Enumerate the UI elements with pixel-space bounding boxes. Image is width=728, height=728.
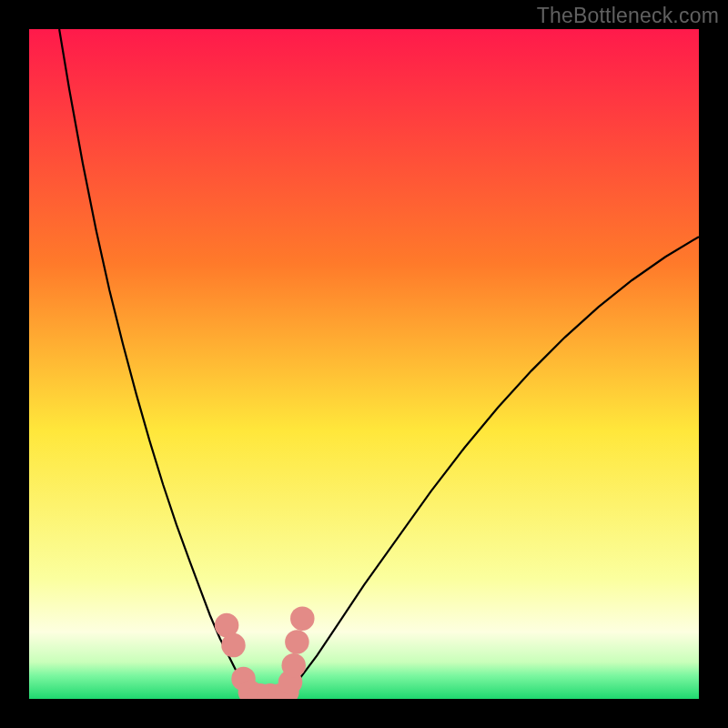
plot-area — [29, 29, 699, 699]
marker-dot — [221, 633, 245, 658]
plot-svg — [29, 29, 699, 699]
marker-dot — [285, 630, 309, 654]
gradient-background — [29, 29, 699, 699]
marker-dot — [290, 606, 315, 631]
watermark-text: TheBottleneck.com — [537, 4, 719, 28]
chart-frame: TheBottleneck.com — [0, 0, 728, 728]
marker-dot — [281, 653, 306, 678]
